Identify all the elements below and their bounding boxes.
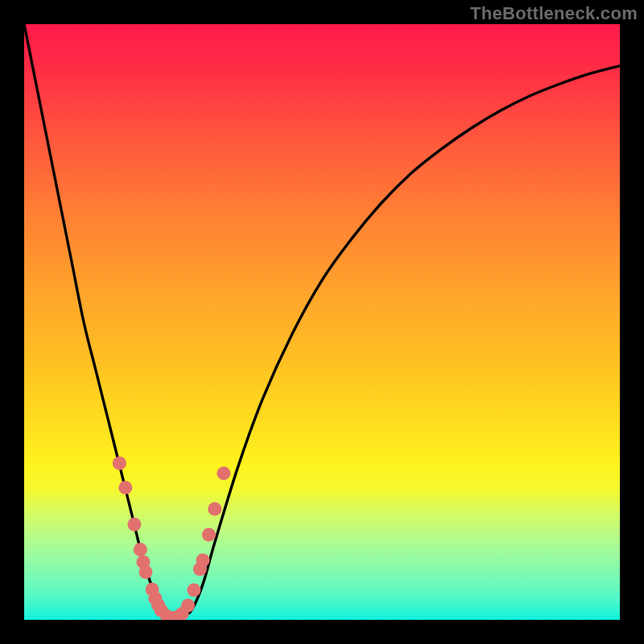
sample-point <box>196 554 210 568</box>
chart-frame: TheBottleneck.com <box>0 0 644 644</box>
sample-point <box>181 599 195 613</box>
curve-layer <box>24 24 620 620</box>
sample-point <box>127 518 141 531</box>
bottleneck-curve <box>24 24 620 618</box>
sample-point <box>187 584 200 597</box>
sample-point <box>118 481 132 494</box>
sample-point <box>134 543 147 556</box>
sample-point <box>208 502 221 516</box>
sample-points <box>113 456 231 620</box>
sample-point <box>138 565 152 579</box>
sample-point <box>202 528 216 542</box>
sample-point <box>217 466 230 480</box>
sample-point <box>113 456 126 470</box>
plot-area <box>24 24 620 620</box>
watermark-text: TheBottleneck.com <box>470 3 638 24</box>
